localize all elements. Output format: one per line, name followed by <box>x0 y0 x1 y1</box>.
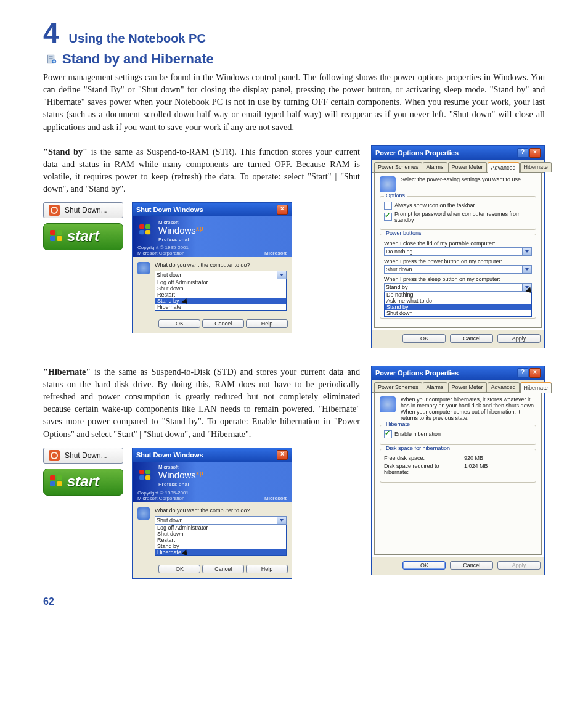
option-stand-by[interactable]: Stand by <box>155 543 286 549</box>
select-power-action[interactable]: Shut down <box>384 265 532 274</box>
close-icon[interactable]: × <box>277 205 288 215</box>
po-tab-body-adv: Select the power-saving settings you wan… <box>374 173 542 328</box>
tab-power-schemes[interactable]: Power Schemes <box>374 382 422 392</box>
sd-help-2[interactable]: Help <box>246 565 288 573</box>
sd-ok-1[interactable]: OK <box>158 319 200 328</box>
sleep-options-list[interactable]: Do nothingAsk me what to doStand byShut … <box>384 292 532 317</box>
po-tabstrip-2: Power SchemesAlarmsPower MeterAdvancedHi… <box>372 380 544 555</box>
power-icon <box>49 205 60 216</box>
standby-label: "Stand by" <box>43 147 88 157</box>
power-options-advanced: Power Options Properties ? × Power Schem… <box>371 145 545 348</box>
start-button-1[interactable]: start <box>43 223 123 250</box>
sd-options-1[interactable]: Log off AdministratorShut downRestartSta… <box>155 279 287 311</box>
chevron-down-icon <box>522 266 531 273</box>
select-sleep-action[interactable]: Stand by <box>384 283 532 292</box>
po-apply-2[interactable]: Apply <box>497 561 541 570</box>
sd-prompt-1: What do you want the computer to do? <box>155 262 287 268</box>
sd-options-2[interactable]: Log off AdministratorShut downRestartSta… <box>155 525 287 556</box>
chapter-number: 4 <box>43 18 59 47</box>
sd-cancel-2[interactable]: Cancel <box>202 565 244 573</box>
option-log-off-administrator[interactable]: Log off Administrator <box>155 279 286 285</box>
sd-cancel-1[interactable]: Cancel <box>202 319 244 328</box>
page-number: 62 <box>43 596 545 607</box>
tab-alarms[interactable]: Alarms <box>423 162 447 172</box>
shutdown-dialog-1: Shut Down Windows × Microsoft Windowsxp … <box>132 202 292 333</box>
po-cancel-1[interactable]: Cancel <box>450 334 493 343</box>
tab-hibernate[interactable]: Hibernate <box>520 162 552 172</box>
po-ok-1[interactable]: OK <box>402 334 446 343</box>
menu-shutdown-label: Shut Down... <box>65 451 107 460</box>
option-hibernate[interactable]: Hibernate <box>155 549 286 555</box>
chk-prompt-password[interactable]: Prompt for password when computer resume… <box>384 211 532 223</box>
close-icon[interactable]: × <box>529 368 541 378</box>
grp-options: Options Always show icon on the taskbar … <box>380 196 536 230</box>
option-restart[interactable]: Restart <box>155 537 286 543</box>
power-options-hibernate: Power Options Properties ? × Power Schem… <box>371 366 545 575</box>
close-icon[interactable]: × <box>529 148 541 158</box>
po-titlebar-1: Power Options Properties ? × <box>372 146 544 160</box>
required-disk-space: Disk space required to hibernate: 1,024 … <box>384 463 532 475</box>
shutdown-body-icon <box>137 262 150 274</box>
sd-header-1: Microsoft Windowsxp Professional <box>133 216 292 243</box>
menu-shutdown-label: Shut Down... <box>65 206 107 215</box>
chevron-down-icon <box>277 517 286 524</box>
sd-action-select-2[interactable]: Shut down <box>155 516 287 525</box>
sd-ok-2[interactable]: OK <box>158 565 200 573</box>
close-icon[interactable]: × <box>277 450 288 460</box>
option-ask-me-what-to-do[interactable]: Ask me what to do <box>385 298 531 304</box>
hibernate-paragraph: "Hibernate" is the same as Suspend-to-Di… <box>43 366 360 440</box>
start-button-2[interactable]: start <box>43 469 123 496</box>
po-cancel-2[interactable]: Cancel <box>450 561 493 570</box>
hibernate-row: "Hibernate" is the same as Suspend-to-Di… <box>43 366 545 579</box>
menu-shutdown-2[interactable]: Shut Down... <box>43 448 123 464</box>
help-icon[interactable]: ? <box>517 368 528 378</box>
section-title: Stand by and Hibernate <box>62 51 214 67</box>
shutdown-title-1: Shut Down Windows <box>136 206 276 213</box>
sd-action-select-1[interactable]: Shut down <box>155 271 287 279</box>
option-log-off-administrator[interactable]: Log off Administrator <box>155 525 286 531</box>
hibernate-icon <box>380 396 396 412</box>
tab-power-schemes[interactable]: Power Schemes <box>374 162 422 172</box>
tab-advanced[interactable]: Advanced <box>488 382 520 392</box>
windows-flag-icon <box>50 475 63 488</box>
menu-shutdown-1[interactable]: Shut Down... <box>43 202 123 218</box>
tab-hibernate[interactable]: Hibernate <box>520 382 552 393</box>
checkbox-checked-icon <box>384 430 392 438</box>
q-lid: When I close the lid of my portable comp… <box>384 240 532 247</box>
tab-power-meter[interactable]: Power Meter <box>448 162 487 172</box>
option-hibernate[interactable]: Hibernate <box>155 304 286 310</box>
sd-body-1: What do you want the computer to do? Shu… <box>133 257 292 316</box>
start-label: start <box>67 473 99 490</box>
option-shut-down[interactable]: Shut down <box>385 310 531 316</box>
shutdown-dialog-2: Shut Down Windows × Microsoft Windowsxp … <box>132 448 292 579</box>
sd-buttons-1: OK Cancel Help <box>133 316 292 333</box>
q-sleep: When I press the sleep button on my comp… <box>384 276 532 282</box>
option-stand-by[interactable]: Stand by <box>385 304 531 310</box>
svg-rect-2 <box>49 59 53 60</box>
po-ok-2[interactable]: OK <box>402 561 446 570</box>
standby-row: "Stand by" is the same as Suspend-to-RAM… <box>43 145 545 348</box>
option-restart[interactable]: Restart <box>155 292 286 298</box>
chk-show-icon[interactable]: Always show icon on the taskbar <box>384 202 532 210</box>
chk-enable-hibernation[interactable]: Enable hibernation <box>384 430 532 438</box>
power-schemes-icon <box>380 176 396 192</box>
standby-paragraph: "Stand by" is the same as Suspend-to-RAM… <box>43 145 360 195</box>
po-title-1: Power Options Properties <box>375 149 516 157</box>
select-lid-action[interactable]: Do nothing <box>384 247 532 256</box>
windows-logo: Microsoft Windowsxp Professional <box>139 218 203 242</box>
hibernate-left: "Hibernate" is the same as Suspend-to-Di… <box>43 366 371 579</box>
po-apply-1[interactable]: Apply <box>497 334 541 343</box>
option-stand-by[interactable]: Stand by <box>155 298 286 304</box>
help-icon[interactable]: ? <box>517 148 528 158</box>
option-shut-down[interactable]: Shut down <box>155 531 286 537</box>
sd-help-1[interactable]: Help <box>246 319 288 328</box>
option-shut-down[interactable]: Shut down <box>155 285 286 292</box>
option-do-nothing[interactable]: Do nothing <box>385 292 531 298</box>
tab-power-meter[interactable]: Power Meter <box>448 382 487 392</box>
po-tab-body-hib: When your computer hibernates, it stores… <box>374 393 542 555</box>
section-icon <box>46 54 57 65</box>
tab-advanced[interactable]: Advanced <box>488 162 520 173</box>
shutdown-body-icon <box>137 507 150 520</box>
tab-alarms[interactable]: Alarms <box>423 382 447 392</box>
shutdown-titlebar-1: Shut Down Windows × <box>133 203 292 216</box>
